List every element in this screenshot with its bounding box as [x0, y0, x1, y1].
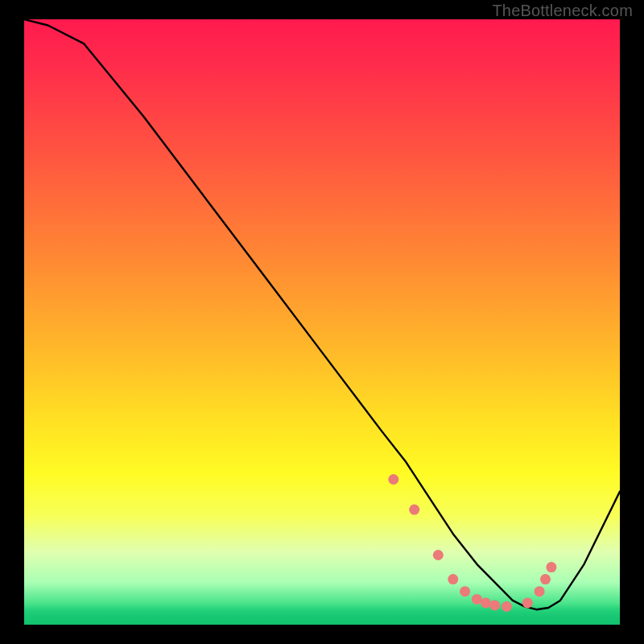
curve-marker: [522, 597, 533, 608]
curve-marker: [546, 562, 556, 572]
curve-marker: [460, 586, 470, 597]
curve-marker: [388, 474, 398, 485]
curve-marker: [448, 574, 458, 584]
curve-marker: [489, 600, 500, 610]
curve-marker: [535, 586, 545, 597]
curve-marker: [502, 601, 512, 612]
curve-marker: [481, 597, 491, 608]
curve-marker: [540, 574, 551, 584]
chart-frame: TheBottleneck.com: [0, 0, 644, 644]
bottleneck-curve: [24, 19, 620, 609]
watermark-label: TheBottleneck.com: [492, 2, 633, 20]
plot-area: [24, 19, 620, 625]
curve-marker: [433, 550, 444, 560]
curve-marker: [472, 594, 482, 605]
curve-marker: [409, 505, 419, 515]
curve-markers: [388, 474, 556, 612]
chart-svg: [24, 19, 620, 625]
